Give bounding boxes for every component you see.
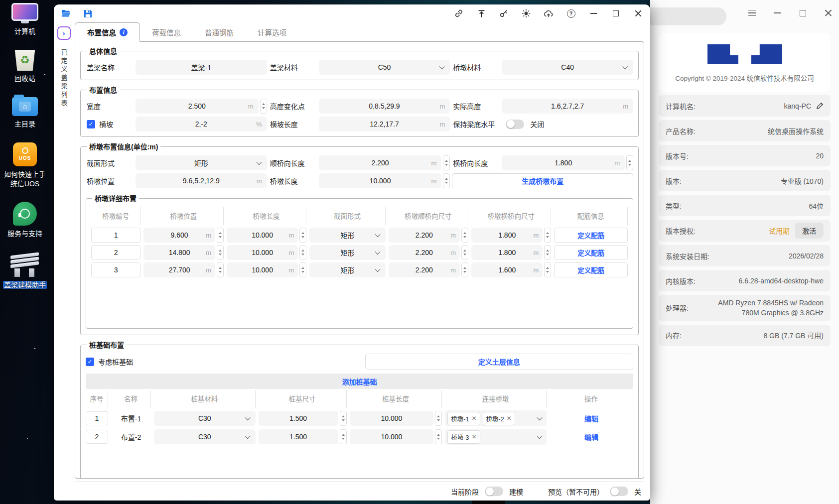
stepper[interactable] <box>217 245 224 260</box>
info-icon[interactable]: i <box>120 28 128 36</box>
upload-top-icon[interactable] <box>476 8 486 18</box>
section-type-select[interactable]: 矩形 <box>309 228 385 243</box>
stepper[interactable] <box>340 411 347 426</box>
pile-size-input[interactable]: 1.500 <box>259 411 338 426</box>
remove-chip-icon[interactable]: ✕ <box>507 415 512 422</box>
pier-position-input[interactable]: 9.600m <box>143 228 215 243</box>
transverse-length-input[interactable]: 1.800m <box>502 155 625 170</box>
define-rebar-button[interactable]: 定义配筋 <box>554 228 628 243</box>
open-folder-icon[interactable] <box>61 8 71 18</box>
longitudinal-length-input[interactable]: 2.200m <box>319 155 442 170</box>
edit-pile-button[interactable]: 编辑 <box>550 413 633 423</box>
minimize-icon[interactable] <box>771 7 783 19</box>
stepper[interactable] <box>340 429 347 444</box>
pier-transverse-input[interactable]: 1.800m <box>471 245 543 260</box>
define-rebar-button[interactable]: 定义配筋 <box>554 262 628 277</box>
tab-rebar[interactable]: 普通钢筋 <box>193 23 246 41</box>
keep-level-toggle[interactable] <box>506 120 524 129</box>
stepper[interactable] <box>544 228 551 243</box>
stepper[interactable] <box>217 228 224 243</box>
stepper[interactable] <box>435 429 442 444</box>
brightness-icon[interactable] <box>521 8 531 18</box>
edit-pencil-icon[interactable] <box>816 102 824 110</box>
width-input[interactable]: 2.500m <box>136 99 259 114</box>
activate-button[interactable]: 激活 <box>795 223 824 239</box>
close-icon[interactable] <box>822 7 834 19</box>
stepper[interactable] <box>461 228 468 243</box>
desktop-icon-computer[interactable]: 计算机 <box>11 3 38 36</box>
tab-calc-options[interactable]: 计算选项 <box>246 23 298 41</box>
pier-longitudinal-input[interactable]: 2.200m <box>389 228 460 243</box>
generate-pier-layout-button[interactable]: 生成桥墩布置 <box>452 173 633 188</box>
remove-chip-icon[interactable]: ✕ <box>471 415 476 422</box>
section-type-select[interactable]: 矩形 <box>309 245 385 260</box>
desktop-icon-service-support[interactable]: 服务与支持 <box>7 202 42 239</box>
connected-piers-select[interactable]: 桥墩-3✕ <box>445 429 547 445</box>
add-pile-button[interactable]: 添加桩基础 <box>86 374 633 389</box>
key-icon[interactable] <box>499 8 509 18</box>
connected-piers-select[interactable]: 桥墩-1✕ 桥墩-2✕ <box>445 410 547 426</box>
maximize-icon[interactable] <box>611 8 621 18</box>
pier-chip[interactable]: 桥墩-3✕ <box>447 430 480 444</box>
stepper[interactable] <box>544 245 551 260</box>
beam-material-select[interactable]: C50 <box>319 60 450 75</box>
close-icon[interactable] <box>633 8 643 18</box>
pier-material-select[interactable]: C40 <box>502 60 633 75</box>
pier-length-input[interactable]: 10.000m <box>227 228 298 243</box>
remove-chip-icon[interactable]: ✕ <box>471 433 476 440</box>
pier-position-input[interactable]: 27.700m <box>143 262 215 277</box>
pile-length-input[interactable]: 10.000 <box>350 411 434 426</box>
desktop-icon-uos-guide[interactable]: UOS 如何快速上手统信UOS <box>2 142 47 189</box>
pier-position-input[interactable]: 9.6,5.2,12.9m <box>136 173 267 188</box>
pier-length-input[interactable]: 10.000m <box>227 262 298 277</box>
edit-pile-button[interactable]: 编辑 <box>550 432 633 442</box>
stepper[interactable] <box>299 245 306 260</box>
desktop-icon-recycle-bin[interactable]: ♻ 回收站 <box>13 50 36 84</box>
cloud-upload-icon[interactable] <box>544 8 554 18</box>
desktop-icon-cap-beam-assistant[interactable]: 盖梁建模助手 <box>3 252 47 290</box>
beam-name-input[interactable]: 盖梁-1 <box>136 60 267 75</box>
preview-toggle[interactable] <box>610 487 628 496</box>
minimize-icon[interactable] <box>588 8 598 18</box>
save-icon[interactable] <box>83 8 93 18</box>
pile-material-select[interactable]: C30 <box>154 429 256 444</box>
tab-load-info[interactable]: 荷载信息 <box>140 23 193 41</box>
pier-chip[interactable]: 桥墩-1✕ <box>447 412 480 425</box>
pile-size-input[interactable]: 1.500 <box>259 429 338 444</box>
stepper[interactable] <box>626 155 633 170</box>
pier-longitudinal-input[interactable]: 2.200m <box>389 245 460 260</box>
section-type-select[interactable]: 矩形 <box>309 262 385 277</box>
stepper[interactable] <box>260 99 267 114</box>
stepper[interactable] <box>544 262 551 277</box>
height-points-input[interactable]: 0,8.5,29.9m <box>319 99 450 114</box>
tab-layout-info[interactable]: 布置信息 i <box>75 22 140 42</box>
help-icon[interactable]: ? <box>566 8 576 18</box>
stepper[interactable] <box>217 262 224 277</box>
stepper[interactable] <box>435 411 442 426</box>
maximize-icon[interactable] <box>797 7 809 19</box>
define-rebar-button[interactable]: 定义配筋 <box>554 245 628 260</box>
search-input[interactable] <box>650 7 726 25</box>
slope-checkbox[interactable]: ✓ <box>87 120 95 128</box>
stepper[interactable] <box>299 228 306 243</box>
define-soil-button[interactable]: 定义土层信息 <box>365 354 634 370</box>
actual-height-input[interactable]: 1.6,2.7,2.7m <box>502 99 633 114</box>
pier-length-input[interactable]: 10.000m <box>319 173 442 188</box>
stepper[interactable] <box>461 262 468 277</box>
stage-toggle[interactable] <box>485 487 503 496</box>
stepper[interactable] <box>443 155 450 170</box>
slope-length-input[interactable]: 12.2,17.7m <box>319 117 450 131</box>
pier-transverse-input[interactable]: 1.800m <box>471 228 543 243</box>
desktop-icon-home-directory[interactable]: ⌂ 主目录 <box>12 97 38 129</box>
stepper[interactable] <box>299 262 306 277</box>
section-type-select[interactable]: 矩形 <box>136 155 267 170</box>
pier-longitudinal-input[interactable]: 2.200m <box>389 262 460 277</box>
pier-transverse-input[interactable]: 1.600m <box>471 262 543 277</box>
slope-input[interactable]: 2,-2% <box>136 117 267 131</box>
pier-position-input[interactable]: 14.800m <box>143 245 215 260</box>
stepper[interactable] <box>461 245 468 260</box>
link-icon[interactable] <box>454 8 464 18</box>
stepper[interactable] <box>443 173 450 188</box>
pier-length-input[interactable]: 10.000m <box>227 245 298 260</box>
pier-chip[interactable]: 桥墩-2✕ <box>483 412 515 425</box>
